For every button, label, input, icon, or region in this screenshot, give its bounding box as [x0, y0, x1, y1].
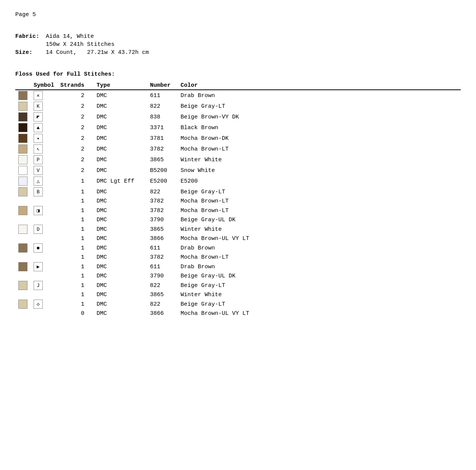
- table-row: D1DMC3865Winter White: [15, 224, 461, 235]
- symbol-box: ◨: [34, 206, 43, 215]
- th-swatch: [15, 81, 31, 90]
- swatch-cell: [15, 243, 31, 253]
- table-row: B1DMC822Beige Gray-LT: [15, 186, 461, 197]
- type-cell: DMC: [94, 90, 147, 101]
- color-swatch: [18, 155, 27, 164]
- strands-cell: 2: [57, 101, 94, 112]
- number-cell: 822: [147, 280, 177, 291]
- number-cell: 822: [147, 186, 177, 197]
- color-swatch: [18, 187, 27, 196]
- color-swatch: [18, 177, 27, 186]
- type-cell: DMC: [94, 101, 147, 112]
- type-cell: DMC: [94, 112, 147, 122]
- th-symbol: Symbol: [31, 81, 57, 90]
- symbol-cell: D: [31, 224, 57, 235]
- symbol-box: ◇: [34, 300, 43, 309]
- symbol-cell: ✕: [31, 90, 57, 101]
- color-cell: Mocha Brown-LT: [177, 144, 461, 154]
- type-cell: DMC: [94, 299, 147, 310]
- type-cell: DMC: [94, 253, 147, 261]
- swatch-cell: [15, 253, 31, 261]
- color-cell: Mocha Brown-LT: [177, 253, 461, 261]
- type-cell: DMC: [94, 133, 147, 144]
- symbol-box: ↖: [34, 144, 43, 154]
- color-swatch: [18, 134, 27, 143]
- number-cell: 3865: [147, 154, 177, 165]
- table-row: ✕2DMC611Drab Brown: [15, 90, 461, 101]
- number-cell: 3782: [147, 144, 177, 154]
- table-row: V2DMCB5200Snow White: [15, 165, 461, 176]
- table-row: 1DMC3865Winter White: [15, 291, 461, 299]
- symbol-box: ■: [34, 243, 43, 253]
- fabric-indent: [15, 41, 46, 48]
- number-cell: 611: [147, 90, 177, 101]
- swatch-cell: [15, 144, 31, 154]
- type-cell: DMC: [94, 165, 147, 176]
- number-cell: 3782: [147, 197, 177, 205]
- table-row: 0DMC3866Mocha Brown-UL VY LT: [15, 310, 461, 318]
- number-cell: 611: [147, 261, 177, 272]
- strands-cell: 1: [57, 197, 94, 205]
- symbol-cell: V: [31, 165, 57, 176]
- swatch-cell: [15, 186, 31, 197]
- strands-cell: 1: [57, 186, 94, 197]
- symbol-box: K: [34, 102, 43, 111]
- table-row: ◨1DMC3782Mocha Brown-LT: [15, 205, 461, 216]
- table-row: P2DMC3865Winter White: [15, 154, 461, 165]
- th-strands: Strands: [57, 81, 94, 90]
- color-swatch: [18, 243, 27, 253]
- number-cell: E5200: [147, 176, 177, 186]
- strands-cell: 2: [57, 112, 94, 122]
- symbol-cell: ▶: [31, 261, 57, 272]
- symbol-cell: ◇: [31, 299, 57, 310]
- symbol-box: V: [34, 166, 43, 175]
- strands-cell: 1: [57, 272, 94, 280]
- number-cell: 3781: [147, 133, 177, 144]
- table-row: ▲2DMC3371Black Brown: [15, 122, 461, 133]
- strands-cell: 1: [57, 291, 94, 299]
- color-cell: Drab Brown: [177, 90, 461, 101]
- color-cell: Mocha Brown-DK: [177, 133, 461, 144]
- type-cell: DMC: [94, 224, 147, 235]
- color-cell: Mocha Brown-UL VY LT: [177, 310, 461, 318]
- table-row: ↖2DMC3782Mocha Brown-LT: [15, 144, 461, 154]
- swatch-cell: [15, 224, 31, 235]
- color-cell: Beige Brown-VY DK: [177, 112, 461, 122]
- type-cell: DMC: [94, 243, 147, 253]
- strands-cell: 1: [57, 243, 94, 253]
- symbol-cell: P: [31, 154, 57, 165]
- strands-cell: 2: [57, 154, 94, 165]
- color-swatch: [18, 206, 27, 215]
- color-cell: Mocha Brown-LT: [177, 205, 461, 216]
- number-cell: 3865: [147, 291, 177, 299]
- symbol-cell: △: [31, 176, 57, 186]
- symbol-box: J: [34, 281, 43, 290]
- type-cell: DMC: [94, 197, 147, 205]
- symbol-cell: ✦: [31, 133, 57, 144]
- symbol-cell: ■: [31, 243, 57, 253]
- table-row: ◇1DMC822Beige Gray-LT: [15, 299, 461, 310]
- swatch-cell: [15, 176, 31, 186]
- color-swatch: [18, 300, 27, 309]
- swatch-cell: [15, 133, 31, 144]
- symbol-cell: [31, 310, 57, 318]
- number-cell: 838: [147, 112, 177, 122]
- swatch-cell: [15, 310, 31, 318]
- table-row: K2DMC822Beige Gray-LT: [15, 101, 461, 112]
- number-cell: 3790: [147, 272, 177, 280]
- symbol-box: △: [34, 177, 43, 186]
- table-row: J1DMC822Beige Gray-LT: [15, 280, 461, 291]
- type-cell: DMC: [94, 122, 147, 133]
- table-row: ▶1DMC611Drab Brown: [15, 261, 461, 272]
- swatch-cell: [15, 122, 31, 133]
- color-cell: Beige Gray-UL DK: [177, 272, 461, 280]
- number-cell: B5200: [147, 165, 177, 176]
- fabric-value-2: 150w X 241h Stitches: [46, 41, 115, 48]
- strands-cell: 1: [57, 224, 94, 235]
- floss-title: Floss Used for Full Stitches:: [15, 71, 461, 78]
- fabric-value-1: Aida 14, White: [46, 33, 94, 40]
- number-cell: 3782: [147, 205, 177, 216]
- page-number: Page 5: [15, 11, 461, 18]
- symbol-cell: [31, 197, 57, 205]
- symbol-box: B: [34, 187, 43, 196]
